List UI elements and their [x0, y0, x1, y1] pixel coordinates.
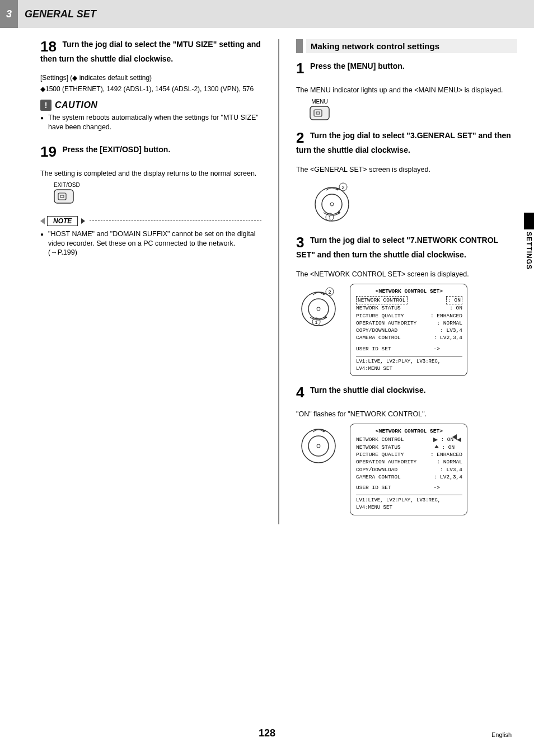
svg-text:2: 2 [341, 185, 344, 190]
flash-arrow-icon [458, 445, 462, 449]
side-tab: SETTINGS [524, 213, 534, 270]
osd-val: : ON [434, 444, 462, 451]
menu-button-icon [310, 106, 330, 120]
step-number: 4 [296, 385, 304, 400]
step-number: 18 [40, 39, 57, 54]
osd-screen-figure: <NETWORK CONTROL SET> NETWORK CONTROL : … [350, 424, 467, 515]
step-number: 19 [40, 144, 57, 159]
osd-footer: LV1:LIVE, LV2:PLAY, LV3:REC, LV4:MENU SE… [356, 495, 462, 511]
note-left-arrow-icon [40, 218, 45, 224]
svg-point-17 [317, 307, 320, 311]
osd-key: USER ID SET [356, 345, 391, 353]
chapter-number-badge: 3 [0, 0, 18, 28]
osd-key: CAMERA CONTROL [356, 334, 401, 341]
section-bar-icon [296, 39, 303, 53]
svg-marker-28 [452, 434, 457, 440]
osd-title-text: <NETWORK CONTROL SET> [376, 428, 443, 434]
step-title: Turn the shuttle dial clockwise. [310, 386, 426, 395]
osd-title: <NETWORK CONTROL SET> [356, 288, 462, 295]
step-title: Turn the jog dial to select "3.GENERAL S… [296, 131, 511, 154]
footer-language: English [491, 731, 512, 738]
svg-text:2: 2 [328, 289, 331, 295]
step-1: 1 Press the [MENU] button. [296, 61, 517, 76]
osd-screen-figure: <NETWORK CONTROL SET> NETWORK CONTROL: O… [350, 284, 467, 377]
flash-arrow-left-icon [432, 438, 438, 442]
side-tab-marker [524, 213, 534, 229]
osd-val: : ON [446, 296, 462, 304]
step-2: 2 Turn the jog dial to select "3.GENERAL… [296, 130, 517, 155]
osd-key: PICTURE QUALITY [356, 451, 404, 458]
step-18: 18 Turn the jog dial to select the "MTU … [40, 39, 261, 64]
step-title: Turn the jog dial to select "7.NETWORK C… [296, 236, 498, 259]
osd-val-text: : ON [441, 436, 453, 443]
chapter-header: 3 GENERAL SET [0, 0, 534, 28]
osd-footer: LV1:LIVE, LV2:PLAY, LV3:REC, LV4:MENU SE… [356, 356, 462, 372]
shuttle-dial-icon [296, 424, 341, 468]
section-heading: Making network control settings [296, 39, 517, 53]
svg-point-25 [308, 436, 329, 456]
jog-dial-icon: 2 1 [296, 284, 341, 328]
svg-point-15 [302, 292, 335, 326]
step-4: 4 Turn the shuttle dial clockwise. [296, 385, 517, 400]
svg-point-26 [317, 444, 320, 448]
osd-key: COPY/DOWNLOAD [356, 327, 397, 334]
svg-marker-32 [458, 445, 462, 449]
osd-val: : ENHANCED [430, 312, 462, 320]
step-title: Press the [EXIT/OSD] button. [62, 145, 170, 154]
step-body: The <NETWORK CONTROL SET> screen is disp… [296, 270, 517, 279]
step-number: 1 [296, 61, 304, 76]
chapter-title: GENERAL SET [25, 8, 96, 20]
section-title: Making network control settings [306, 39, 517, 53]
caution-header: ! CAUTION [40, 100, 261, 111]
note-divider [90, 220, 261, 221]
osd-val: : NORMAL [437, 458, 462, 466]
side-tab-label: SETTINGS [525, 232, 533, 270]
osd-val: : NORMAL [437, 320, 462, 327]
step-3: 3 Turn the jog dial to select "7.NETWORK… [296, 235, 517, 260]
step-body: The <GENERAL SET> screen is displayed. [296, 165, 517, 175]
column-divider [278, 39, 279, 524]
button-label: MENU [310, 98, 330, 105]
flash-arrow-icon [434, 445, 439, 449]
note-label: NOTE [47, 216, 78, 226]
step-body: "ON" flashes for "NETWORK CONTROL". [296, 410, 517, 419]
step-number: 2 [296, 130, 304, 145]
osd-key: OPERATION AUTHORITY [356, 320, 416, 327]
svg-point-6 [315, 187, 349, 221]
note-right-arrow-icon [81, 218, 85, 224]
osd-val: -> [434, 484, 440, 491]
flash-arrow-icon [452, 434, 460, 440]
page-footer: 128 [0, 727, 534, 739]
settings-label: [Settings] (◆ indicates default setting) [40, 74, 261, 82]
step-body: The setting is completed and the display… [40, 169, 261, 179]
osd-val: -> [434, 345, 440, 353]
page-number: 128 [259, 727, 275, 739]
caution-text: The system reboots automatically when th… [40, 113, 261, 132]
svg-text:1: 1 [315, 320, 317, 325]
note-text: "HOST NAME" and "DOMAIN SUFFIX" cannot b… [40, 229, 261, 258]
osd-title: <NETWORK CONTROL SET> [356, 428, 462, 435]
note-header: NOTE [40, 216, 261, 226]
settings-values: ◆1500 (ETHERNET), 1492 (ADSL-1), 1454 (A… [40, 85, 261, 93]
svg-point-24 [302, 429, 335, 463]
menu-button-figure: MENU [310, 98, 517, 123]
svg-marker-29 [433, 438, 438, 442]
svg-text:1: 1 [328, 215, 331, 220]
osd-key: NETWORK CONTROL [356, 436, 404, 443]
osd-key: USER ID SET [356, 484, 391, 491]
step-body: The MENU indicator lights up and the <MA… [296, 86, 517, 95]
osd-key: OPERATION AUTHORITY [356, 458, 416, 466]
osd-val: : LV2,3,4 [434, 334, 462, 341]
caution-icon: ! [40, 100, 51, 111]
osd-key: PICTURE QUALITY [356, 312, 404, 320]
osd-val: : LV3,4 [440, 466, 462, 473]
osd-key: NETWORK STATUS [356, 444, 401, 451]
osd-val: : LV2,3,4 [434, 473, 462, 481]
osd-key: CAMERA CONTROL [356, 473, 401, 481]
caution-label: CAUTION [55, 100, 97, 110]
osd-key: COPY/DOWNLOAD [356, 466, 397, 473]
svg-point-8 [330, 203, 334, 206]
osd-key: NETWORK STATUS [356, 304, 401, 312]
button-label: EXIT/OSD [54, 182, 74, 188]
step-number: 3 [296, 235, 304, 250]
